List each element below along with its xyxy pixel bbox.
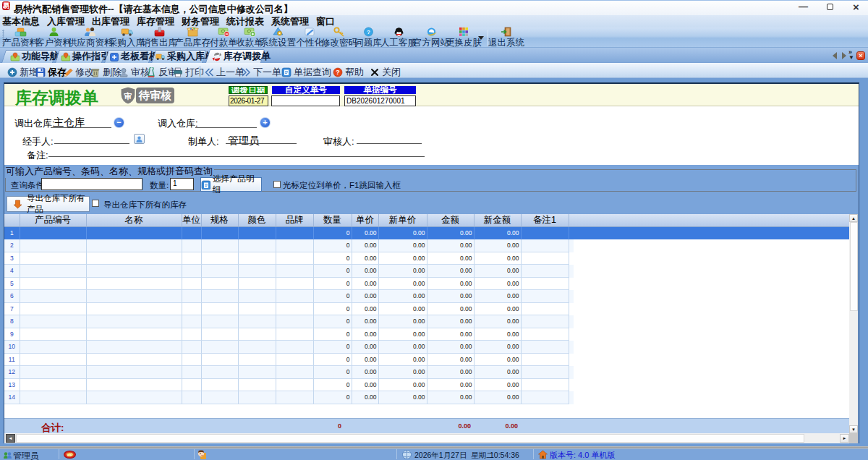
svg-text:审: 审 [124,92,132,101]
svg-text:?: ? [367,29,370,35]
svg-text:?: ? [336,68,340,76]
